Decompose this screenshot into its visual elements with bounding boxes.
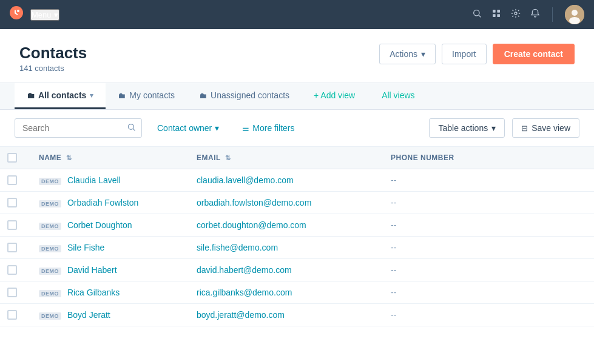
tab-all-contacts[interactable]: 🖿 All contacts ▾ [15, 83, 106, 109]
tab-add-view[interactable]: + Add view [302, 83, 367, 109]
nav-right [472, 5, 584, 24]
contacts-table-container: NAME ⇅ EMAIL ⇅ PHONE NUMBER [0, 147, 594, 326]
tab-my-contacts[interactable]: 🖿 My contacts [106, 83, 187, 109]
contact-name-link[interactable]: Rica Gilbanks [67, 288, 120, 297]
contact-name-link[interactable]: Boyd Jeratt [67, 310, 110, 320]
phone-value: -- [391, 220, 396, 230]
contact-name-link[interactable]: David Habert [67, 265, 117, 275]
email-cell: corbet.doughton@demo.com [187, 214, 381, 237]
contact-owner-filter[interactable]: Contact owner ▾ [149, 118, 227, 138]
phone-value: -- [391, 243, 396, 252]
contact-email-link[interactable]: claudia.lavell@demo.com [197, 175, 294, 185]
nav-left: Menu ▾ [10, 6, 59, 23]
email-cell: boyd.jeratt@demo.com [187, 304, 381, 326]
email-cell: david.habert@demo.com [187, 259, 381, 281]
tab-all-views[interactable]: All views [370, 83, 427, 109]
main-content: Contacts 141 contacts Actions ▾ Import C… [0, 29, 594, 364]
name-cell: DEMO Claudia Lavell [29, 169, 187, 192]
grid-icon[interactable] [491, 8, 501, 21]
contact-name-link[interactable]: Corbet Doughton [67, 220, 132, 230]
phone-value: -- [391, 265, 396, 275]
table-row: DEMO Orbadiah Fowlston orbadiah.fowlston… [0, 192, 594, 214]
sort-icon: ⇅ [225, 154, 231, 161]
chevron-down-icon: ▾ [90, 92, 93, 99]
row-checkbox[interactable] [7, 243, 17, 252]
svg-point-10 [569, 17, 580, 24]
contact-name-link[interactable]: Orbadiah Fowlston [67, 198, 139, 207]
email-cell: sile.fishe@demo.com [187, 237, 381, 259]
avatar[interactable] [565, 5, 584, 24]
phone-cell: -- [381, 259, 594, 281]
contacts-count: 141 contacts [19, 64, 87, 73]
table-row: DEMO Sile Fishe sile.fishe@demo.com -- [0, 237, 594, 259]
select-all-checkbox[interactable] [7, 153, 17, 163]
table-row: DEMO Claudia Lavell claudia.lavell@demo.… [0, 169, 594, 192]
svg-point-7 [515, 12, 517, 15]
phone-cell: -- [381, 192, 594, 214]
contact-email-link[interactable]: orbadiah.fowlston@demo.com [197, 198, 311, 207]
import-button[interactable]: Import [442, 44, 487, 64]
actions-button[interactable]: Actions ▾ [379, 44, 436, 64]
page-header: Contacts 141 contacts Actions ▾ Import C… [0, 29, 594, 83]
demo-badge: DEMO [39, 178, 61, 185]
contact-name-link[interactable]: Claudia Lavell [67, 175, 121, 185]
row-checkbox-cell [0, 281, 29, 304]
gear-icon[interactable] [511, 8, 521, 21]
filter-bar: Contact owner ▾ ⚌ More filters Table act… [0, 110, 594, 147]
chevron-down-icon: ▾ [54, 10, 58, 19]
phone-value: -- [391, 175, 396, 185]
contacts-table: NAME ⇅ EMAIL ⇅ PHONE NUMBER [0, 147, 594, 326]
contact-email-link[interactable]: corbet.doughton@demo.com [197, 220, 306, 230]
search-icon[interactable] [127, 123, 136, 133]
contact-name-link[interactable]: Sile Fishe [67, 243, 104, 252]
contact-email-link[interactable]: rica.gilbanks@demo.com [197, 288, 292, 297]
phone-value: -- [391, 198, 396, 207]
create-contact-button[interactable]: Create contact [493, 44, 575, 64]
phone-cell: -- [381, 169, 594, 192]
row-checkbox[interactable] [7, 175, 17, 185]
name-column-header[interactable]: NAME ⇅ [29, 147, 187, 169]
search-container [15, 118, 142, 138]
phone-column-header: PHONE NUMBER [381, 147, 594, 169]
tab-unassigned-contacts[interactable]: 🖿 Unassigned contacts [187, 83, 302, 109]
sort-icon: ⇅ [66, 154, 72, 161]
row-checkbox[interactable] [7, 288, 17, 297]
nav-divider [552, 7, 553, 22]
table-row: DEMO Rica Gilbanks rica.gilbanks@demo.co… [0, 281, 594, 304]
menu-button[interactable]: Menu ▾ [30, 9, 59, 21]
svg-rect-4 [497, 10, 500, 13]
header-actions: Actions ▾ Import Create contact [379, 44, 575, 64]
name-cell: DEMO David Habert [29, 259, 187, 281]
chevron-down-icon: ▾ [215, 123, 219, 133]
demo-badge: DEMO [39, 223, 61, 230]
search-input[interactable] [15, 118, 142, 138]
svg-rect-3 [493, 10, 496, 13]
hubspot-logo-icon[interactable] [10, 6, 23, 23]
filter-icon: ⚌ [242, 124, 249, 133]
demo-badge: DEMO [39, 268, 61, 275]
row-checkbox[interactable] [7, 310, 17, 320]
contact-email-link[interactable]: sile.fishe@demo.com [197, 243, 278, 252]
row-checkbox-cell [0, 259, 29, 281]
search-icon[interactable] [472, 8, 482, 21]
table-scroll[interactable]: NAME ⇅ EMAIL ⇅ PHONE NUMBER [0, 147, 594, 326]
table-actions-button[interactable]: Table actions ▾ [429, 118, 505, 138]
row-checkbox[interactable] [7, 220, 17, 230]
table-row: DEMO Corbet Doughton corbet.doughton@dem… [0, 214, 594, 237]
email-column-header[interactable]: EMAIL ⇅ [187, 147, 381, 169]
row-checkbox[interactable] [7, 198, 17, 207]
tab-pin-icon3: 🖿 [199, 91, 207, 100]
demo-badge: DEMO [39, 312, 61, 320]
phone-value: -- [391, 310, 396, 320]
contact-email-link[interactable]: boyd.jeratt@demo.com [197, 310, 285, 320]
svg-rect-6 [497, 14, 500, 17]
phone-cell: -- [381, 237, 594, 259]
name-cell: DEMO Rica Gilbanks [29, 281, 187, 304]
more-filters-button[interactable]: ⚌ More filters [234, 118, 302, 138]
contact-email-link[interactable]: david.habert@demo.com [197, 265, 292, 275]
row-checkbox[interactable] [7, 265, 17, 275]
save-view-button[interactable]: ⊟ Save view [512, 118, 579, 138]
phone-cell: -- [381, 281, 594, 304]
bell-icon[interactable] [530, 8, 540, 21]
name-cell: DEMO Sile Fishe [29, 237, 187, 259]
